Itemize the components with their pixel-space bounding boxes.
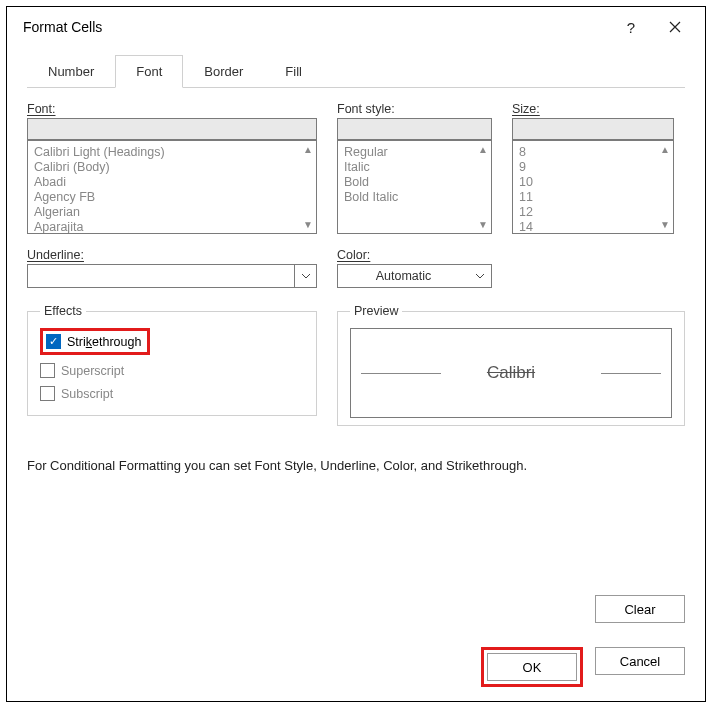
chevron-down-icon[interactable]	[469, 265, 491, 287]
tab-border[interactable]: Border	[183, 55, 264, 88]
preview-group: Preview Calibri	[337, 304, 685, 426]
font-label: Font:	[27, 102, 317, 116]
ok-button[interactable]: OK	[487, 653, 577, 681]
close-button[interactable]	[653, 9, 697, 45]
tab-fill[interactable]: Fill	[264, 55, 323, 88]
titlebar: Format Cells ?	[7, 7, 705, 47]
color-combo[interactable]: Automatic	[337, 264, 492, 288]
list-item[interactable]: 9	[519, 160, 651, 175]
scroll-up-icon[interactable]: ▲	[478, 144, 488, 155]
scroll-down-icon[interactable]: ▼	[478, 219, 488, 230]
list-item[interactable]: Calibri (Body)	[34, 160, 294, 175]
list-item[interactable]: Agency FB	[34, 190, 294, 205]
preview-line	[361, 373, 441, 374]
font-style-label: Font style:	[337, 102, 492, 116]
underline-color-row: Underline: Color: Automatic	[27, 248, 685, 288]
font-row: Font: Calibri Light (Headings) Calibri (…	[27, 102, 685, 234]
strikethrough-checkbox[interactable]: ✓	[46, 334, 61, 349]
color-label: Color:	[337, 248, 492, 262]
superscript-checkbox[interactable]	[40, 363, 55, 378]
list-item[interactable]: 11	[519, 190, 651, 205]
tab-strip: Number Font Border Fill	[27, 55, 685, 88]
underline-label: Underline:	[27, 248, 317, 262]
scrollbar[interactable]: ▲ ▼	[300, 141, 316, 233]
cancel-button[interactable]: Cancel	[595, 647, 685, 675]
list-item[interactable]: 8	[519, 145, 651, 160]
scroll-up-icon[interactable]: ▲	[660, 144, 670, 155]
font-style-list[interactable]: Regular Italic Bold Bold Italic ▲ ▼	[337, 140, 492, 234]
dialog-title: Format Cells	[23, 19, 609, 35]
list-item[interactable]: Bold	[344, 175, 469, 190]
effects-legend: Effects	[40, 304, 86, 318]
tab-font[interactable]: Font	[115, 55, 183, 88]
preview-legend: Preview	[350, 304, 402, 318]
preview-box: Calibri	[350, 328, 672, 418]
format-cells-dialog: Format Cells ? Number Font Border Fill F…	[6, 6, 706, 702]
help-button[interactable]: ?	[609, 9, 653, 45]
underline-combo[interactable]	[27, 264, 317, 288]
conditional-formatting-note: For Conditional Formatting you can set F…	[27, 458, 685, 473]
list-item[interactable]: Algerian	[34, 205, 294, 220]
scroll-up-icon[interactable]: ▲	[303, 144, 313, 155]
effects-group: Effects ✓ Strikethrough Superscript Subs…	[27, 304, 317, 416]
close-icon	[669, 21, 681, 33]
font-style-input[interactable]	[337, 118, 492, 140]
subscript-checkbox[interactable]	[40, 386, 55, 401]
list-item[interactable]: Italic	[344, 160, 469, 175]
list-item[interactable]: 10	[519, 175, 651, 190]
preview-line	[601, 373, 661, 374]
tab-number[interactable]: Number	[27, 55, 115, 88]
list-item[interactable]: Regular	[344, 145, 469, 160]
size-label: Size:	[512, 102, 674, 116]
scrollbar[interactable]: ▲ ▼	[475, 141, 491, 233]
preview-text: Calibri	[463, 363, 559, 383]
scroll-down-icon[interactable]: ▼	[660, 219, 670, 230]
list-item[interactable]: 12	[519, 205, 651, 220]
font-list[interactable]: Calibri Light (Headings) Calibri (Body) …	[27, 140, 317, 234]
size-input[interactable]	[512, 118, 674, 140]
superscript-label: Superscript	[61, 364, 124, 378]
list-item[interactable]: Bold Italic	[344, 190, 469, 205]
highlight-ok: OK	[481, 647, 583, 687]
effects-preview-row: Effects ✓ Strikethrough Superscript Subs…	[27, 304, 685, 426]
footer: Clear OK Cancel	[481, 595, 685, 687]
list-item[interactable]: Aparajita	[34, 220, 294, 233]
clear-button[interactable]: Clear	[595, 595, 685, 623]
list-item[interactable]: 14	[519, 220, 651, 233]
chevron-down-icon[interactable]	[294, 265, 316, 287]
font-input[interactable]	[27, 118, 317, 140]
scrollbar[interactable]: ▲ ▼	[657, 141, 673, 233]
list-item[interactable]: Calibri Light (Headings)	[34, 145, 294, 160]
subscript-label: Subscript	[61, 387, 113, 401]
size-list[interactable]: 8 9 10 11 12 14 ▲ ▼	[512, 140, 674, 234]
highlight-strikethrough: ✓ Strikethrough	[40, 328, 150, 355]
color-value: Automatic	[338, 269, 469, 283]
dialog-body: Number Font Border Fill Font: Calibri Li…	[7, 47, 705, 487]
strikethrough-label: Strikethrough	[67, 335, 141, 349]
list-item[interactable]: Abadi	[34, 175, 294, 190]
scroll-down-icon[interactable]: ▼	[303, 219, 313, 230]
